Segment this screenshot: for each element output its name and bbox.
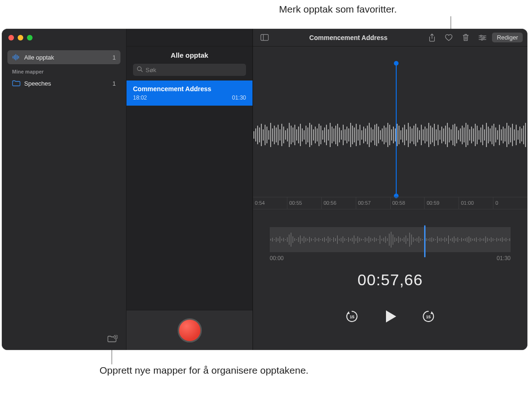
sidebar-item-label: Alle opptak [24,54,54,61]
playhead[interactable] [396,63,397,196]
sidebar-content: Alle opptak 1 Mine mapper Speeches 1 [2,47,126,330]
svg-point-14 [480,35,482,36]
time-tick: 0 [493,197,527,209]
toolbar: Commencement Address [253,29,527,47]
waveform-icon [12,54,20,60]
folder-icon [12,80,20,87]
play-button[interactable] [381,308,399,325]
recordings-list-header: Alle opptak [126,47,253,64]
search-icon [137,66,143,74]
delete-button[interactable] [459,32,472,44]
annotation-favorite: Merk opptak som favoritter. [279,4,397,15]
detail-column: Commencement Address [253,29,527,350]
skip-back-15-button[interactable]: 15 [345,309,359,323]
recording-title-header: Commencement Address [274,34,422,41]
sidebar-section-my-folders: Mine mapper [7,64,120,76]
sidebar: Alle opptak 1 Mine mapper Speeches 1 [2,29,126,350]
time-tick: 01:00 [459,197,493,209]
svg-text:15: 15 [350,315,354,319]
time-tick: 00:57 [356,197,391,209]
overview-start-time: 00:00 [270,255,284,262]
edit-button[interactable]: Rediger [492,33,523,42]
recording-title: Commencement Address [133,85,246,93]
annotation-new-folder: Opprett nye mapper for å organisere oppt… [100,364,308,376]
svg-point-18 [481,39,483,40]
sidebar-item-speeches[interactable]: Speeches 1 [7,76,120,90]
time-tick: 00:55 [287,197,322,209]
recording-item[interactable]: Commencement Address 18:02 01:30 [126,81,253,106]
record-bar [126,310,253,350]
time-tick: 00:59 [425,197,459,209]
overview-end-time: 01:30 [497,255,511,262]
svg-point-16 [483,37,485,38]
zoom-window-button[interactable] [27,35,33,40]
voice-memos-window: Alle opptak 1 Mine mapper Speeches 1 [2,29,527,350]
skip-forward-15-button[interactable]: 15 [421,309,435,323]
waveform-icon [253,116,527,154]
waveform-overview[interactable] [270,227,511,252]
recording-duration: 01:30 [232,94,246,101]
sidebar-item-all-recordings[interactable]: Alle opptak 1 [7,50,120,64]
waveform-display[interactable]: 0:54 00:55 00:56 00:57 00:58 00:59 01:00… [253,47,527,209]
overview-time-labels: 00:00 01:30 [270,255,511,262]
time-ruler: 0:54 00:55 00:56 00:57 00:58 00:59 01:00… [253,197,527,209]
list-titlebar [126,29,253,47]
favorite-button[interactable] [442,32,456,44]
current-time-display: 00:57,66 [253,271,527,289]
search-input[interactable] [146,67,242,74]
waveform-overview-icon [270,227,511,252]
svg-line-10 [141,70,142,72]
svg-text:15: 15 [426,315,431,319]
time-tick: 00:56 [322,197,356,209]
time-tick: 0:54 [253,197,287,209]
svg-rect-11 [261,34,268,40]
share-button[interactable] [425,32,439,44]
transport-controls: 15 15 [253,308,527,325]
recordings-list-column: Alle opptak Commencement Address 18:02 0… [126,29,253,350]
settings-button[interactable] [475,32,489,44]
close-window-button[interactable] [8,35,14,40]
sidebar-item-label: Speeches [24,80,51,87]
minimize-window-button[interactable] [18,35,23,40]
toggle-sidebar-button[interactable] [258,32,272,44]
sidebar-item-count: 1 [113,80,116,87]
time-tick: 00:58 [391,197,425,209]
record-button[interactable] [178,318,202,342]
sidebar-item-count: 1 [113,54,116,61]
recording-time: 18:02 [133,94,147,101]
new-folder-button[interactable] [107,335,118,345]
overview-playhead[interactable] [424,225,426,257]
sidebar-footer [2,330,126,350]
search-field[interactable] [133,64,246,76]
window-controls [2,29,126,47]
